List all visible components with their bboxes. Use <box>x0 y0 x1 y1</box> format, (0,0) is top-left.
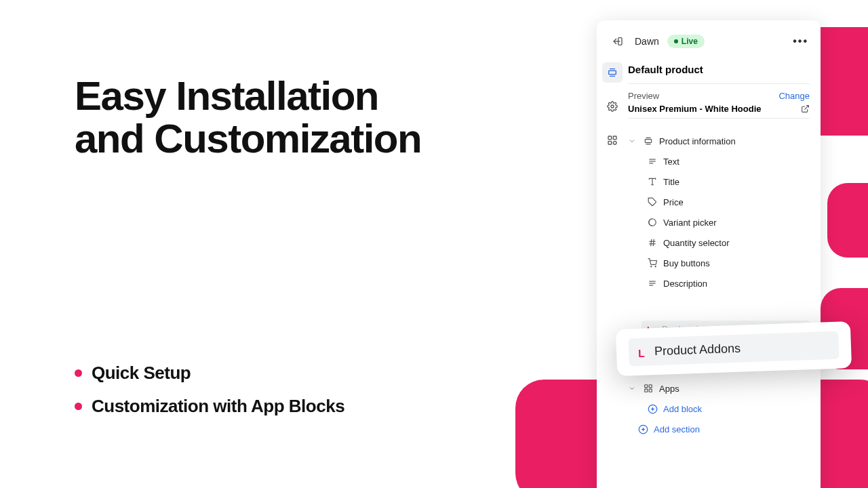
bullet-text: Customization with App Blocks <box>92 396 344 417</box>
highlight-card: L Product Addons <box>616 321 852 376</box>
exit-icon[interactable] <box>609 33 627 50</box>
chevron-down-icon <box>628 137 637 145</box>
highlight-label: Product Addons <box>654 342 741 359</box>
bullet-dot-icon <box>75 403 82 410</box>
svg-rect-31 <box>645 389 648 392</box>
svg-line-19 <box>653 239 654 247</box>
svg-point-21 <box>655 266 656 267</box>
cart-icon <box>647 258 658 268</box>
svg-line-18 <box>651 239 652 247</box>
chevron-down-icon <box>628 384 637 392</box>
svg-rect-3 <box>608 136 612 140</box>
apps-icon <box>643 383 654 394</box>
block-buy-buttons[interactable]: Buy buttons <box>628 253 810 273</box>
divider <box>628 118 810 119</box>
section-tree: Product information Text Title Price Var… <box>628 131 810 439</box>
title-icon <box>647 176 658 187</box>
plus-circle-icon <box>637 424 648 434</box>
template-title: Default product <box>628 64 810 75</box>
svg-point-2 <box>611 105 614 108</box>
apps-tab-icon[interactable] <box>602 130 623 150</box>
description-icon <box>647 278 658 289</box>
theme-editor-panel: Dawn Live ••• Default product Preview Ch… <box>597 20 821 488</box>
section-icon <box>643 136 654 146</box>
svg-point-6 <box>613 141 616 144</box>
add-section[interactable]: Add section <box>628 419 810 439</box>
block-title[interactable]: Title <box>628 171 810 192</box>
bullet-item: Quick Setup <box>75 363 344 384</box>
variant-icon <box>647 217 658 228</box>
more-icon[interactable]: ••• <box>793 35 808 47</box>
headline-line2: and Customization <box>75 117 421 160</box>
block-description[interactable]: Description <box>628 273 810 293</box>
divider <box>628 83 810 84</box>
svg-rect-30 <box>649 385 652 388</box>
highlight-row[interactable]: L Product Addons <box>628 331 839 367</box>
editor-content: Default product Preview Change Unisex Pr… <box>628 60 821 483</box>
headline-line1: Easy Installation <box>75 75 421 117</box>
svg-rect-32 <box>649 389 652 392</box>
preview-product-name: Unisex Premium - White Hoodie <box>628 104 761 114</box>
text-icon <box>647 156 658 167</box>
block-variant-picker[interactable]: Variant picker <box>628 212 810 232</box>
headline: Easy Installation and Customization <box>75 75 421 160</box>
svg-rect-5 <box>608 141 612 144</box>
settings-tab-icon[interactable] <box>602 96 623 117</box>
change-link[interactable]: Change <box>778 91 810 101</box>
live-badge: Live <box>667 35 705 48</box>
addons-logo-icon: L <box>638 347 648 357</box>
preview-label: Preview <box>628 91 659 101</box>
section-apps[interactable]: Apps <box>628 378 810 399</box>
theme-name: Dawn <box>635 36 659 47</box>
svg-rect-1 <box>609 70 616 74</box>
external-link-icon[interactable] <box>801 104 810 113</box>
svg-rect-4 <box>613 136 616 140</box>
bullet-dot-icon <box>75 369 82 377</box>
block-text[interactable]: Text <box>628 151 810 171</box>
svg-point-20 <box>651 266 652 267</box>
block-price[interactable]: Price <box>628 192 810 212</box>
block-quantity-selector[interactable]: Quantity selector <box>628 232 810 253</box>
accent-shape <box>827 183 868 258</box>
section-product-information[interactable]: Product information <box>628 131 810 151</box>
sections-tab-icon[interactable] <box>602 62 623 83</box>
editor-rail <box>597 60 628 483</box>
editor-header: Dawn Live ••• <box>597 33 821 60</box>
add-block-apps[interactable]: Add block <box>628 399 810 419</box>
bullet-list: Quick Setup Customization with App Block… <box>75 363 344 429</box>
bullet-item: Customization with App Blocks <box>75 396 344 417</box>
svg-line-7 <box>804 106 808 110</box>
price-icon <box>647 197 658 207</box>
hash-icon <box>647 237 658 248</box>
section-label: Product information <box>659 136 736 146</box>
plus-circle-icon <box>647 403 658 414</box>
svg-rect-8 <box>645 140 651 143</box>
svg-rect-29 <box>645 385 648 388</box>
bullet-text: Quick Setup <box>92 363 191 384</box>
